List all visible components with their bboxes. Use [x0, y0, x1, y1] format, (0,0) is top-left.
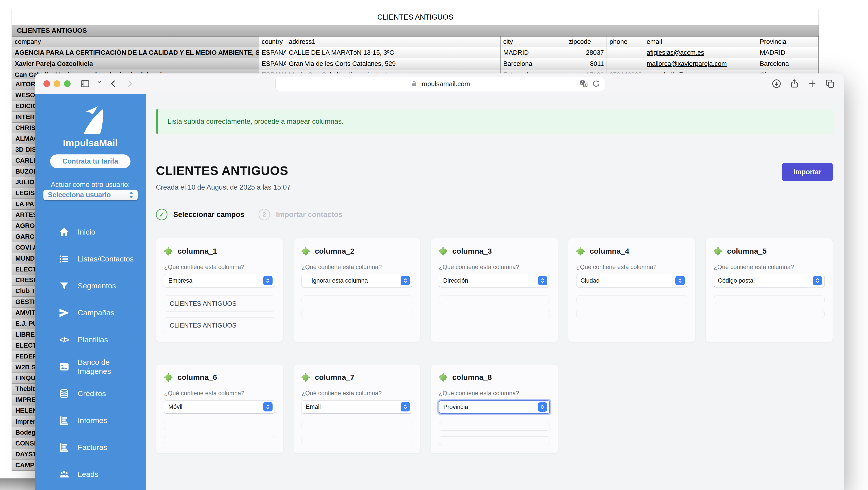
spreadsheet-row-label[interactable]: Club Ter	[11, 286, 35, 297]
sidebar-item-listas-contactos[interactable]: Listas/Contactos	[35, 246, 146, 272]
spreadsheet-row-label[interactable]: Imprenta	[11, 416, 35, 427]
column-type-select-value: Código postal	[718, 277, 813, 284]
translate-icon[interactable]: Aa	[579, 79, 588, 88]
spreadsheet-cell[interactable]: ESPANA	[259, 58, 286, 69]
spreadsheet-cell[interactable]: MADRID	[757, 47, 818, 58]
spreadsheet-cell[interactable]: AGENCIA PARA LA CERTIFICACIÓN DE LA CALI…	[12, 47, 259, 58]
spreadsheet-row-label[interactable]: JULIO D	[11, 177, 35, 188]
spreadsheet-cell[interactable]: Barcelona	[501, 58, 566, 69]
spreadsheet-cell[interactable]	[607, 47, 644, 58]
spreadsheet-row-label[interactable]: ELECTR	[11, 340, 35, 351]
spreadsheet-row-label[interactable]: AITOR P	[11, 79, 35, 90]
share-icon[interactable]	[789, 78, 799, 89]
user-select[interactable]: Selecciona usuario	[43, 190, 137, 200]
column-type-select[interactable]: Email	[302, 400, 412, 413]
column-type-select[interactable]: Dirección	[439, 274, 550, 287]
spreadsheet-cell[interactable]: Gran Via de les Corts Catalanes, 529	[286, 58, 501, 69]
downloads-icon[interactable]	[771, 78, 782, 89]
spreadsheet-row-label[interactable]: 3D DIST	[11, 144, 35, 155]
spreadsheet-cell[interactable]	[607, 58, 644, 69]
zoom-window-button[interactable]	[64, 80, 70, 87]
spreadsheet-row-label[interactable]: DAYSTE	[11, 449, 35, 460]
spreadsheet-row-label[interactable]: Thebits	[11, 384, 35, 395]
sidebar-item-plantillas[interactable]: </>Plantillas	[35, 326, 146, 353]
spreadsheet-header-cell[interactable]: email	[644, 36, 757, 47]
sidebar-item-cr-ditos[interactable]: Créditos	[35, 380, 146, 407]
column-type-select[interactable]: Empresa	[164, 274, 275, 287]
spreadsheet-row-label[interactable]: CONSER	[11, 438, 35, 449]
sidebar-item-facturas[interactable]: Facturas	[35, 434, 146, 461]
spreadsheet-row-label[interactable]: MUNDO	[11, 253, 35, 264]
spreadsheet-header-cell[interactable]: Provincia	[757, 36, 818, 47]
spreadsheet-header-cell[interactable]: address1	[286, 36, 501, 47]
column-type-select[interactable]: Móvil	[164, 400, 275, 413]
spreadsheet-row-label[interactable]: FINQUE	[11, 373, 35, 384]
spreadsheet-cell[interactable]: 28037	[566, 47, 607, 58]
close-window-button[interactable]	[43, 80, 50, 87]
spreadsheet-header-cell[interactable]: country	[259, 36, 286, 47]
spreadsheet-cell[interactable]: MADRID	[501, 47, 566, 58]
spreadsheet-row-label[interactable]: Bodegas	[11, 427, 35, 438]
spreadsheet-row-label[interactable]: AGROSE	[11, 221, 35, 231]
sample-value-box	[302, 436, 412, 445]
spreadsheet-row-label[interactable]: CARLES	[11, 155, 35, 166]
new-tab-icon[interactable]	[807, 78, 817, 89]
spreadsheet-row-label[interactable]: ALMAC	[11, 133, 35, 144]
spreadsheet-cell[interactable]: afiglesias@accm.es	[644, 47, 757, 58]
sidebar-item-leads[interactable]: Leads	[35, 461, 146, 488]
browser-titlebar: impulsamail.com Aa	[35, 73, 844, 94]
spreadsheet-row-label[interactable]: GESTIO	[11, 297, 35, 307]
column-type-select[interactable]: Provincia	[439, 400, 550, 414]
spreadsheet-row-label[interactable]: W2B SE	[11, 362, 35, 373]
success-alert-text: Lista subida correctamente, procede a ma…	[167, 118, 344, 126]
contract-plan-button[interactable]: Contrata tu tarifa	[50, 155, 130, 168]
spreadsheet-row-label[interactable]: IMPREN	[11, 395, 35, 405]
spreadsheet-header-cell[interactable]: city	[501, 36, 566, 47]
spreadsheet-row-label[interactable]: CAMPIN	[11, 460, 35, 471]
sidebar-item-informes[interactable]: Informes	[35, 407, 146, 434]
spreadsheet-row-label[interactable]: HELENA	[11, 405, 35, 416]
spreadsheet-cell[interactable]: ESPANA	[259, 47, 286, 58]
spreadsheet-cell[interactable]: Xavier Pareja Cozcolluela	[12, 58, 259, 69]
success-alert: Lista subida correctamente, procede a ma…	[156, 109, 833, 134]
spreadsheet-header-cell[interactable]: company	[12, 36, 259, 47]
spreadsheet-row-label[interactable]: CRESPO	[11, 275, 35, 286]
reload-icon[interactable]	[591, 79, 601, 88]
tab-overview-icon[interactable]	[825, 78, 835, 89]
import-button[interactable]: Importar	[782, 163, 833, 181]
spreadsheet-cell[interactable]: CALLE DE LA MARATóN 13-15, 3ºC	[286, 47, 501, 58]
spreadsheet-row-label[interactable]: WESOL	[11, 90, 35, 101]
spreadsheet-row-label[interactable]: EDICION	[11, 101, 35, 112]
spreadsheet-row-label[interactable]: LA PATI	[11, 199, 35, 209]
spreadsheet-header-cell[interactable]: phone	[607, 36, 644, 47]
sidebar-item-inicio[interactable]: Inicio	[35, 219, 146, 246]
spreadsheet-row-label[interactable]: FEDERA	[11, 351, 35, 362]
sidebar-item-banco-de-im-genes[interactable]: Banco de Imágenes	[35, 353, 146, 380]
sidebar-item-campa-as[interactable]: Campañas	[35, 299, 146, 326]
spreadsheet-row-label[interactable]: BUZONE	[11, 166, 35, 177]
spreadsheet-cell[interactable]: 8011	[566, 58, 607, 69]
spreadsheet-row-label[interactable]: LIBRERÍ	[11, 329, 35, 340]
address-bar[interactable]: impulsamail.com Aa	[275, 77, 605, 91]
spreadsheet-cell[interactable]: Barcelona	[757, 58, 818, 69]
column-type-select[interactable]: Código postal	[714, 274, 825, 287]
sidebar-toggle-icon[interactable]	[80, 78, 90, 89]
spreadsheet-row-label[interactable]: ELECTM	[11, 264, 35, 275]
spreadsheet-row-label[interactable]: E.J. PUE	[11, 319, 35, 329]
column-type-select[interactable]: Ciudad	[576, 274, 687, 287]
spreadsheet-cell[interactable]: mallorca@xavierpareja.com	[644, 58, 757, 69]
spreadsheet-row-label[interactable]: INTERB	[11, 112, 35, 123]
spreadsheet-row-label[interactable]: CHRIST	[11, 123, 35, 133]
sidebar-item-segmentos[interactable]: Segmentos	[35, 272, 146, 299]
spreadsheet-row-label[interactable]: AMVITE	[11, 307, 35, 319]
forward-button[interactable]	[124, 78, 135, 89]
minimize-window-button[interactable]	[54, 80, 60, 87]
spreadsheet-row-label[interactable]: GARCID	[11, 231, 35, 242]
sidebar-chevron-down-icon[interactable]	[96, 78, 103, 89]
column-type-select[interactable]: -- Ignorar esta columna --	[302, 274, 412, 287]
spreadsheet-row-label[interactable]: COVI AF	[11, 242, 35, 253]
spreadsheet-row-label[interactable]: LEGIS G	[11, 188, 35, 199]
back-button[interactable]	[108, 78, 119, 89]
spreadsheet-row-label[interactable]: ARTES G	[11, 209, 35, 221]
spreadsheet-header-cell[interactable]: zipcode	[566, 36, 607, 47]
